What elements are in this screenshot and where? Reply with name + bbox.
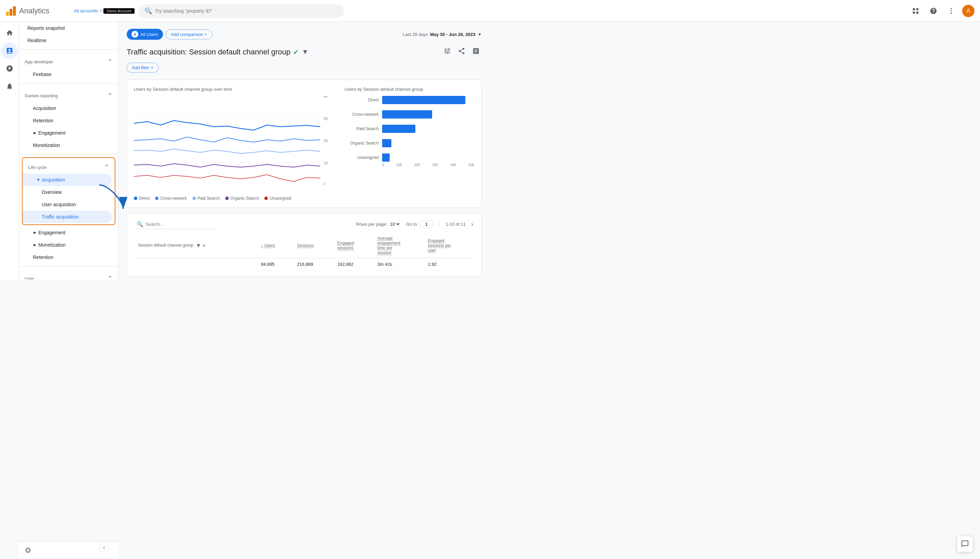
bar-track-cross-network (382, 110, 475, 119)
td-sessions: 216,889 (293, 258, 333, 271)
sidebar-item-lc-monetization[interactable]: ► Monetization (19, 239, 115, 251)
table-row: 84,895 216,889 162,862 3m 42s 1.92 (134, 258, 475, 271)
legend-organic-search-dot (225, 197, 229, 200)
page-next-btn[interactable]: › (470, 219, 475, 229)
chevron-up-icon-3: ⌃ (104, 164, 109, 171)
bar-fill-organic-search (382, 139, 391, 147)
sidebar-lifecycle-header[interactable]: Life cycle ⌃ (23, 159, 115, 174)
column-group-filter-icon[interactable]: ▼ (196, 243, 201, 248)
logo-area: Analytics (5, 5, 67, 17)
all-users-pill[interactable]: A All Users (127, 29, 163, 40)
th-sessions[interactable]: Sessions (293, 233, 333, 258)
svg-text:1K: 1K (323, 161, 328, 165)
sidebar-item-games-monetization[interactable]: Monetization (19, 139, 115, 151)
goto-input[interactable] (420, 221, 432, 228)
line-chart-wrapper: 4K 3K 2K 1K 0 (134, 96, 333, 192)
rail-home[interactable] (2, 25, 18, 41)
legend-paid-search: Paid Search (193, 196, 220, 201)
search-bar[interactable]: 🔍 (139, 4, 344, 18)
sidebar-item-lc-overview[interactable]: Overview (23, 186, 112, 198)
svg-rect-0 (6, 12, 9, 16)
svg-text:0: 0 (323, 182, 326, 185)
rail-reports[interactable] (2, 43, 18, 59)
sidebar-games-reporting-header[interactable]: Games reporting ⌃ (19, 86, 118, 102)
filters-bar: A All Users Add comparison + Last 28 day… (127, 29, 482, 40)
search-icon: 🔍 (145, 7, 152, 15)
bar-fill-paid-search (382, 125, 415, 133)
date-range-label: Last 28 days (403, 32, 428, 37)
sidebar-item-lc-traffic-acquisition[interactable]: Traffic acquisition (23, 211, 112, 223)
bar-label-direct: Direct (345, 98, 379, 103)
th-avg-engagement[interactable]: Average engagement time per session (373, 233, 424, 258)
customize-report-icon[interactable] (441, 45, 453, 59)
sidebar-item-games-engagement[interactable]: ► Engagement (19, 127, 115, 139)
sidebar-item-firebase[interactable]: Firebase (19, 68, 115, 81)
table-search-input[interactable] (145, 222, 213, 227)
sidebar-item-realtime[interactable]: Realtime (19, 34, 115, 46)
sidebar-divider-3 (19, 154, 118, 154)
icon-rail (0, 22, 19, 280)
page-info: 1-10 of 11 (445, 222, 466, 227)
rail-explore[interactable] (2, 60, 18, 77)
bar-track-paid-search (382, 125, 475, 133)
lifecycle-section-box: Life cycle ⌃ ▼ Acquisition Overview User… (22, 157, 115, 225)
th-engaged-per-user[interactable]: Engaged sessions per user (424, 233, 475, 258)
svg-rect-1 (10, 9, 12, 16)
legend-organic-search: Organic Search (225, 196, 259, 201)
breadcrumb-account[interactable]: All accounts (74, 8, 98, 13)
th-users[interactable]: ↓ Users (257, 233, 293, 258)
bar-label-paid-search: Paid Search (345, 126, 379, 131)
goto-label: Go to: (406, 222, 418, 227)
share-icon[interactable] (456, 45, 467, 59)
chevron-down-icon: ▼ (36, 177, 40, 182)
add-filter-button[interactable]: Add filter + (127, 63, 158, 73)
title-dropdown-icon[interactable]: ▼ (302, 48, 309, 56)
filters-left: A All Users Add comparison + (127, 29, 212, 40)
date-range-dropdown-icon: ▼ (477, 32, 482, 37)
main-content: A All Users Add comparison + Last 28 day… (119, 22, 490, 280)
column-group-add-icon[interactable]: + (202, 243, 205, 248)
chevron-right-icon-2: ► (33, 230, 37, 235)
sidebar-item-lc-acquisition[interactable]: ▼ Acquisition (23, 174, 112, 186)
bar-label-unassigned: Unassigned (345, 155, 379, 160)
line-chart-title: Users by Session default channel group o… (134, 87, 333, 92)
date-range-selector[interactable]: Last 28 days May 30 - Jun 26, 2023 ▼ (403, 32, 482, 37)
add-comparison-button[interactable]: Add comparison + (166, 30, 212, 40)
table-search[interactable]: 🔍 (134, 220, 216, 229)
rail-advertising[interactable] (2, 78, 18, 94)
bar-track-unassigned (382, 154, 475, 162)
sidebar-item-games-acquisition[interactable]: Acquisition (19, 102, 115, 114)
search-input[interactable] (155, 8, 338, 14)
legend-direct-dot (134, 197, 137, 200)
bar-chart-title: Users by Session default channel group (345, 87, 475, 92)
sidebar-item-lc-user-acquisition[interactable]: User acquisition (23, 198, 112, 211)
bar-row-direct: Direct (345, 96, 475, 104)
sidebar-user-header[interactable]: User ⌃ (19, 269, 118, 280)
th-channel-group[interactable]: Session default channel group ▼ + (134, 233, 257, 258)
rows-per-page-label: Rows per page: (356, 222, 387, 227)
legend-cross-network-dot (155, 197, 158, 200)
insights-icon[interactable] (470, 45, 482, 59)
sidebar-item-lc-engagement[interactable]: ► Engagement (19, 227, 115, 239)
svg-text:2K: 2K (323, 139, 328, 143)
th-engaged-sessions[interactable]: Engaged sessions (333, 233, 373, 258)
app-title: Analytics (19, 7, 49, 15)
check-circle-icon: ✔︎ (293, 48, 299, 56)
add-filter-label: Add filter (132, 65, 149, 70)
rows-per-page-select[interactable]: 10 25 50 (389, 221, 401, 227)
chevron-right-icon: ► (33, 131, 37, 135)
goto-control: Go to: (406, 221, 432, 228)
legend-direct: Direct (134, 196, 150, 201)
data-table: Session default channel group ▼ + ↓ User… (134, 233, 475, 271)
charts-row: Users by Session default channel group o… (134, 87, 475, 201)
bar-row-unassigned: Unassigned (345, 154, 475, 162)
sidebar-item-reports-snapshot[interactable]: Reports snapshot (19, 22, 115, 34)
bar-fill-direct (382, 96, 465, 104)
legend-unassigned: Unassigned (264, 196, 291, 201)
sidebar-item-games-retention[interactable]: Retention (19, 114, 115, 127)
td-engaged-per-user: 1.92 (424, 258, 475, 271)
sidebar-app-developer-header[interactable]: App developer ⌃ (19, 52, 118, 68)
bar-track-organic-search (382, 139, 475, 147)
page-prev-btn[interactable]: ‹ (437, 219, 441, 229)
sidebar-item-lc-retention[interactable]: Retention (19, 251, 115, 263)
